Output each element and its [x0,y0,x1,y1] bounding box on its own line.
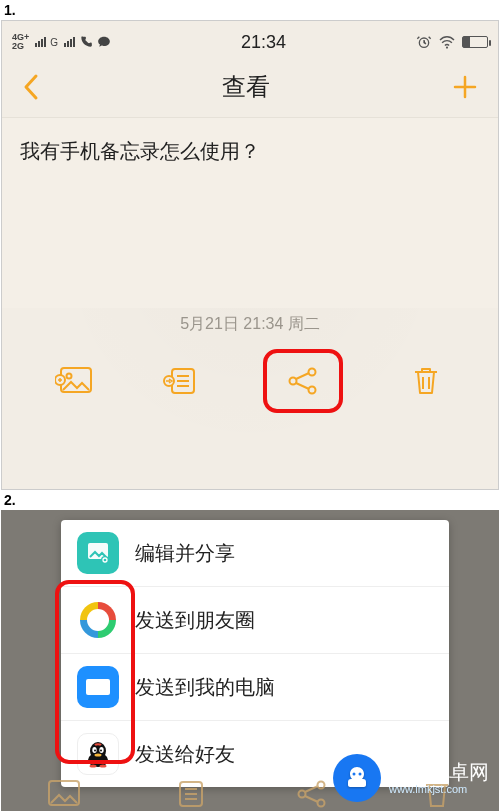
svg-point-8 [308,369,315,376]
edit-share-icon [77,532,119,574]
step-1-label: 1. [0,0,500,20]
svg-point-1 [446,47,448,49]
watermark-url: www.lmkjst.com [389,783,489,795]
watermark-title: 蓝莓安卓网 [389,761,489,783]
svg-point-26 [318,800,325,807]
svg-point-9 [308,387,315,394]
step-2-label: 2. [0,490,500,510]
bg-share-icon [290,774,334,811]
phone-icon [79,35,93,49]
share-option-pc-label: 发送到我的电脑 [135,674,275,701]
share-option-moments[interactable]: 发送到朋友圈 [61,587,449,654]
signal-bars-2 [64,37,75,47]
signal-bars-1 [35,37,46,47]
share-option-moments-label: 发送到朋友圈 [135,607,255,634]
note-text: 我有手机备忘录怎么使用？ [20,138,480,165]
nav-bar: 查看 [2,61,498,118]
net-g: G [50,37,58,48]
share-option-pc[interactable]: 发送到我的电脑 [61,654,449,721]
qq-icon [77,733,119,775]
net-2g: 2G [12,42,29,51]
status-left: 4G+ 2G G [12,33,111,51]
back-button[interactable] [22,73,40,101]
svg-point-18 [100,750,102,752]
svg-point-25 [318,782,325,789]
svg-point-21 [100,764,107,767]
svg-point-17 [94,750,96,752]
list-button[interactable] [158,361,202,401]
page-title: 查看 [222,71,270,103]
svg-point-3 [66,374,71,379]
insert-image-button[interactable] [53,361,97,401]
watermark-text: 蓝莓安卓网 www.lmkjst.com [389,761,489,795]
share-option-qq-label: 发送给好友 [135,741,235,768]
alarm-icon [416,34,432,50]
delete-button[interactable] [404,361,448,401]
add-button[interactable] [452,74,478,100]
svg-point-11 [101,556,109,564]
svg-point-24 [299,791,306,798]
bg-insert-image-icon [41,774,85,811]
watermark-badge-icon [333,754,381,802]
svg-point-20 [90,764,97,767]
note-timestamp: 5月21日 21:34 周二 [2,314,498,335]
battery-icon [462,36,488,48]
wifi-icon [438,35,456,49]
status-time: 21:34 [241,32,286,53]
share-sheet: 编辑并分享 发送到朋友圈 发送到我的电脑 发送给好友 [61,520,449,787]
share-button[interactable] [281,361,325,401]
status-right [416,34,488,50]
note-toolbar [2,335,498,443]
wechat-moments-icon [77,599,119,641]
network-indicator: 4G+ 2G [12,33,29,51]
share-option-edit-label: 编辑并分享 [135,540,235,567]
status-bar: 4G+ 2G G 21:34 [2,21,498,61]
screenshot-1: 4G+ 2G G 21:34 查看 [1,20,499,490]
share-button-highlight [263,349,343,413]
svg-point-28 [359,773,362,776]
note-content[interactable]: 我有手机备忘录怎么使用？ [2,118,498,308]
share-option-edit[interactable]: 编辑并分享 [61,520,449,587]
watermark: 蓝莓安卓网 www.lmkjst.com [333,754,489,802]
svg-point-27 [353,773,356,776]
svg-point-19 [95,754,102,757]
bg-list-icon [166,774,210,811]
chat-icon [97,35,111,49]
send-to-pc-icon [77,666,119,708]
svg-point-7 [289,378,296,385]
screenshot-2: 编辑并分享 发送到朋友圈 发送到我的电脑 发送给好友 [1,510,499,811]
